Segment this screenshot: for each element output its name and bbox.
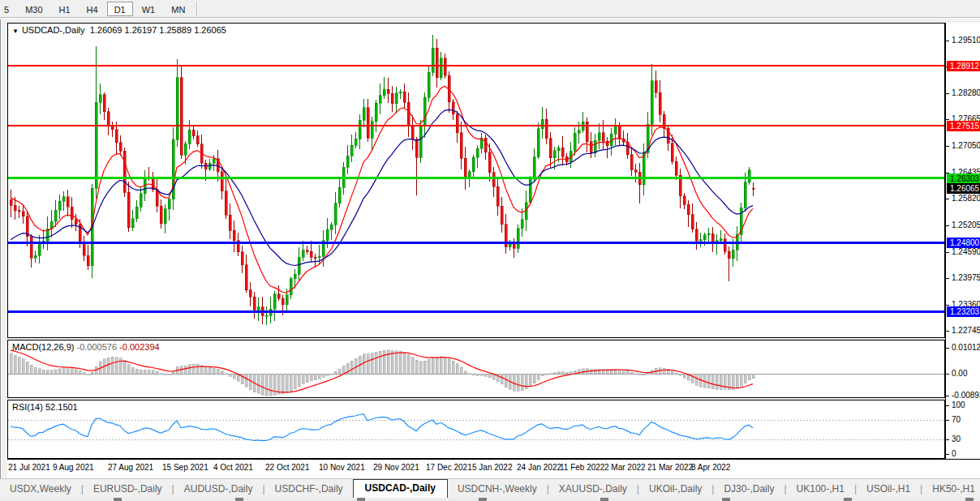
macd-tick-label: 0.010127 [952,343,980,353]
rsi-tick-label: 30 [952,435,961,444]
price-tick-mark [946,146,949,147]
macd-label-row: MACD(12,26,9) -0.000576 -0.002394 [12,342,160,352]
chart-ohlc-values: 1.26069 1.26197 1.25889 1.26065 [90,25,226,35]
rsi-tick-label: 0 [952,449,956,459]
price-line-badge: 1.23203 [947,306,980,317]
chart-symbol-label: USDCAD-,Daily [22,25,85,35]
chart-tab-usdchf[interactable]: USDCHF-,Daily [265,481,353,498]
chart-tab-usoil[interactable]: USOil-,H1 [857,481,920,498]
timeframe-button-5[interactable]: 5 [0,2,16,16]
date-axis-label: 4 Oct 2021 [213,463,253,472]
price-tick-mark [946,41,949,41]
rsi-label: RSI(14) [12,402,43,412]
chart-tab-xauusd[interactable]: XAUUSD-,Daily [549,481,637,498]
chart-tab-eurusd[interactable]: EURUSD-,Daily [84,481,172,498]
price-tick-mark [946,331,949,332]
price-tick-mark [946,93,949,94]
price-tick-label: 1.22745 [952,326,980,336]
rsi-tick-label: 70 [952,415,961,425]
price-tick-mark [946,278,949,279]
price-tick-mark [946,199,949,199]
chart-window: ▼USDCAD-,Daily 1.26069 1.26197 1.25889 1… [0,19,980,478]
timeframe-button-h1[interactable]: H1 [52,2,78,16]
price-axis: 1.295101.288951.282801.276651.270501.264… [945,23,980,459]
time-axis: 21 Jul 20219 Aug 202127 Aug 202115 Sep 2… [7,459,980,478]
timeframe-button-d1[interactable]: D1 [107,2,133,16]
timeframe-button-w1[interactable]: W1 [135,2,163,16]
rsi-tick-label: 100 [952,400,965,410]
date-axis-label: 5 Jan 2022 [472,463,513,472]
timeframe-button-m30[interactable]: M30 [18,2,49,16]
price-tick-label: 1.25205 [952,221,980,230]
rsi-value: 52.1501 [45,402,78,412]
price-tick-label: 1.23975 [952,273,980,283]
chart-tab-usdcad[interactable]: USDCAD-,Daily [353,479,448,498]
rsi-plot[interactable] [8,400,944,458]
price-tick-mark [946,252,949,253]
macd-tick-label: 0.00 [952,369,967,379]
date-axis-label: 10 Nov 2021 [319,463,365,472]
date-axis-label: 9 Aug 2021 [53,463,94,472]
toolbar-separator [196,2,198,16]
chart-tab-dj30[interactable]: DJ30-,Daily [714,481,784,498]
chart-tab-usdcnh[interactable]: USDCNH-,Weekly [448,481,547,498]
price-tick-label: 1.27050 [952,141,980,151]
trading-app-window: 5M30H1H4D1W1MN ▼USDCAD-,Daily 1.26069 1.… [0,0,980,501]
chart-tab-uk100[interactable]: UK100-,H1 [787,481,854,498]
price-tick-mark [946,305,949,306]
date-axis-label: 21 Mar 2022 [647,463,693,472]
date-axis-label: 27 Aug 2021 [108,463,153,472]
date-axis-label: 11 Feb 2022 [560,463,604,472]
collapse-caret-icon[interactable]: ▼ [12,28,19,35]
timeframe-button-h4[interactable]: H4 [80,2,105,16]
macd-value-main: -0.000576 [76,342,117,352]
candlestick-plot[interactable] [8,24,944,337]
chart-tab-bar: USDX,Weekly|EURUSD-,Daily|AUDUSD-,Daily|… [0,478,980,498]
macd-value-signal: -0.002394 [119,342,160,352]
date-axis-label: 24 Jan 2022 [517,463,561,472]
date-axis-label: 2 Mar 2022 [604,463,646,472]
price-line-badge: 1.27515 [947,121,980,131]
price-tick-mark [946,119,949,120]
timeframe-toolbar: 5M30H1H4D1W1MN [0,0,980,18]
price-tick-label: 1.25820 [952,194,980,203]
price-chart-pane[interactable]: ▼USDCAD-,Daily 1.26069 1.26197 1.25889 1… [7,23,945,338]
macd-tick-mark [946,348,949,349]
date-axis-label: 29 Nov 2021 [373,463,419,472]
rsi-label-row: RSI(14) 52.1501 [12,402,78,412]
price-tick-label: 1.29510 [952,36,980,45]
timeframe-button-mn[interactable]: MN [164,2,192,16]
current-price-badge: 1.26065 [947,183,980,194]
price-line-badge: 1.28912 [947,61,980,71]
macd-tick-label: -0.00893 [952,391,980,400]
price-tick-label: 1.28280 [952,88,980,98]
chart-tab-ukoil[interactable]: UKOil-,Daily [639,481,711,498]
rsi-tick-mark [946,454,949,455]
rsi-tick-mark [946,439,949,440]
rsi-tick-mark [946,405,949,406]
window-bottom-edge [0,498,980,501]
date-axis-label: 8 Apr 2022 [691,463,730,472]
date-axis-label: 21 Jul 2021 [8,463,50,472]
chart-tab-usdx[interactable]: USDX,Weekly [0,481,81,498]
date-axis-label: 15 Sep 2021 [162,463,208,472]
price-tick-label: 1.24590 [952,247,980,257]
rsi-indicator-pane[interactable]: RSI(14) 52.1501 [7,400,945,459]
date-axis-label: 22 Oct 2021 [265,463,309,472]
macd-tick-mark [946,374,949,375]
chart-tab-hk50[interactable]: HK50-,H1 [922,481,980,498]
chart-tab-audusd[interactable]: AUDUSD-,Daily [174,481,263,498]
price-tick-mark [946,225,949,226]
price-line-badge: 1.24800 [947,238,980,248]
date-axis-label: 17 Dec 2021 [426,463,472,472]
macd-indicator-pane[interactable]: MACD(12,26,9) -0.000576 -0.002394 [7,340,945,398]
macd-tick-mark [946,396,949,396]
macd-label: MACD(12,26,9) [12,342,74,352]
rsi-tick-mark [946,420,949,421]
chart-title: ▼USDCAD-,Daily 1.26069 1.26197 1.25889 1… [12,25,226,35]
